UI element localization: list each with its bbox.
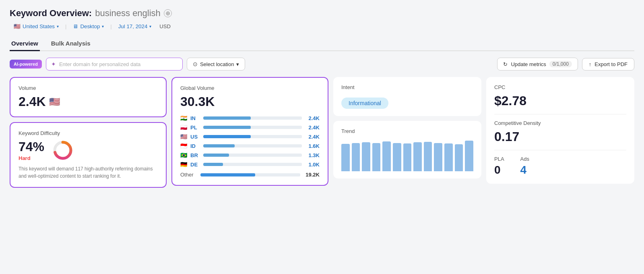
flag-br: 🇧🇷 [180,152,187,158]
update-metrics-button[interactable]: ↻ Update metrics 0/1,000 [497,58,578,71]
sparkle-icon: ✦ [51,61,56,67]
intent-label: Intent [341,84,473,90]
location-label: Select location [200,61,234,67]
date-label: Jul 17, 2024 [118,23,148,29]
code-id: ID [190,143,200,149]
code-de: DE [190,162,200,168]
right-column: CPC $2.78 Competitive Density 0.17 PLA 0… [486,77,634,184]
other-label: Other [180,172,197,178]
bar-br [203,154,302,157]
country-row-in: 🇮🇳 IN 2.4K [180,115,320,121]
kd-card: Keyword Difficulty 74% Hard [10,122,167,188]
divider-cpc [494,114,626,114]
update-counter: 0/1,000 [549,61,572,67]
country-row-pl: 🇵🇱 PL 2.4K [180,124,320,131]
page-title: Keyword Overview: business english ⊕ [10,8,634,19]
cpc-label: CPC [494,84,626,90]
refresh-icon: ↻ [503,61,508,67]
code-us: US [190,134,200,140]
bar-in [203,116,302,120]
country-flag: 🇺🇸 [14,23,21,29]
trend-bar-9 [424,142,432,171]
trend-bar-10 [434,143,442,171]
trend-bar-11 [444,143,453,171]
other-row: Other 19.2K [180,172,320,178]
kd-donut [52,140,73,161]
location-selector[interactable]: ⊙ Select location ▾ [187,58,246,71]
toolbar-right: ↻ Update metrics 0/1,000 ↑ Export to PDF [497,58,634,71]
export-label: Export to PDF [594,61,627,67]
global-volume-label: Global Volume [180,85,320,91]
pla-label: PLA [494,156,504,162]
volume-flag: 🇺🇸 [49,97,60,107]
export-icon: ↑ [589,61,592,67]
kd-description: This keyword will demand 117 high-author… [19,165,158,180]
volume-number: 2.4K [19,94,46,109]
toolbar: AI-powered ✦ Enter domain for personaliz… [10,58,634,71]
country-selector[interactable]: 🇺🇸 United States ▾ [10,22,63,31]
flag-us: 🇺🇸 [180,133,187,140]
meta-bar: 🇺🇸 United States ▾ | 🖥 Desktop ▾ | Jul 1… [10,22,634,31]
bar-us [203,135,302,138]
global-volume-card: Global Volume 30.3K 🇮🇳 IN 2.4K 🇵🇱 PL 2.4… [171,77,328,186]
volume-label: Volume [19,85,158,91]
location-chevron-icon: ▾ [236,61,239,67]
bar-id [203,144,302,147]
device-label: Desktop [80,23,100,29]
domain-input[interactable]: ✦ Enter domain for personalized data [46,58,183,71]
device-chevron-icon: ▾ [102,24,104,29]
export-pdf-button[interactable]: ↑ Export to PDF [582,58,634,71]
country-row-us: 🇺🇸 US 2.4K [180,133,320,140]
cpc-value: $2.78 [494,93,626,108]
country-row-id: 🇮🇩 ID 1.6K [180,143,320,149]
domain-placeholder: Enter domain for personalized data [59,61,140,67]
val-de: 1.0K [305,162,320,168]
trend-bar-4 [372,143,381,171]
other-bar [200,173,300,176]
comp-density-label: Competitive Density [494,120,626,126]
ai-badge: AI-powered [10,60,42,68]
code-in: IN [190,115,200,121]
tab-bulk-analysis[interactable]: Bulk Analysis [50,37,92,51]
comp-density-value: 0.17 [494,129,626,144]
middle-right-col: Intent Informational Trend [333,77,481,179]
ads-item: Ads 4 [520,156,529,176]
kd-rating: Hard [19,155,44,161]
trend-bar-13 [465,141,473,171]
country-row-de: 🇩🇪 DE 1.0K [180,161,320,168]
location-icon: ⊙ [193,61,198,67]
trend-bar-12 [455,144,463,171]
device-selector[interactable]: 🖥 Desktop ▾ [69,22,108,31]
kd-value: 74% [19,139,44,154]
kd-row: 74% Hard [19,139,158,161]
code-br: BR [190,152,200,158]
cards-grid: Volume 2.4K 🇺🇸 Keyword Difficulty 74% Ha… [10,77,634,188]
flag-id: 🇮🇩 [180,143,187,149]
other-value: 19.2K [303,172,320,178]
tab-overview[interactable]: Overview [10,37,40,51]
device-icon: 🖥 [73,23,78,29]
trend-bar-3 [362,142,370,171]
title-prefix: Keyword Overview: [10,8,92,19]
currency-label: USD [157,22,173,31]
page-header: Keyword Overview: business english ⊕ 🇺🇸 … [10,8,634,31]
trend-bar-1 [341,144,350,171]
pla-item: PLA 0 [494,156,504,176]
code-pl: PL [190,125,200,131]
divider-comp [494,150,626,150]
country-row-br: 🇧🇷 BR 1.3K [180,152,320,158]
date-selector[interactable]: Jul 17, 2024 ▾ [114,22,156,31]
trend-bar-2 [352,143,360,171]
ads-value: 4 [520,164,529,176]
kd-label: Keyword Difficulty [19,130,158,136]
val-in: 2.4K [305,115,320,121]
bar-pl [203,126,302,129]
bar-de [203,163,302,166]
trend-chart [341,139,473,171]
keyword-text: business english [95,8,161,19]
flag-de: 🇩🇪 [180,161,187,168]
intent-card: Intent Informational [333,77,481,116]
add-keyword-icon[interactable]: ⊕ [164,9,172,17]
val-pl: 2.4K [305,125,320,131]
global-volume-value: 30.3K [180,94,320,109]
